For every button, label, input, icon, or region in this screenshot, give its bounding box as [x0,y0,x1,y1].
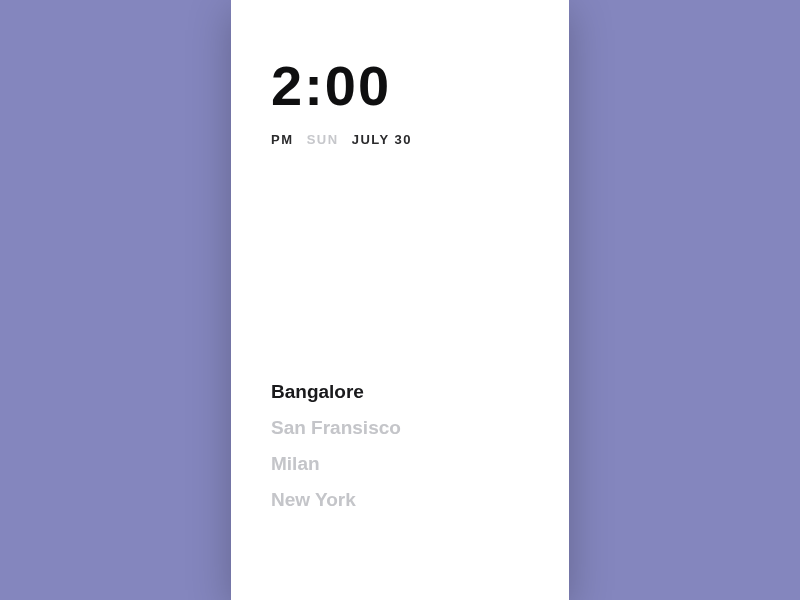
city-item-new-york[interactable]: New York [271,482,529,518]
date-label: JULY 30 [352,132,412,147]
time-display: 2:00 [271,58,529,114]
spacer [271,147,529,374]
city-item-san-fransisco[interactable]: San Fransisco [271,410,529,446]
day-of-week-label: SUN [307,132,339,147]
world-clock-card: 2:00 PM SUN JULY 30 Bangalore San Fransi… [231,0,569,600]
ampm-label: PM [271,132,294,147]
date-line: PM SUN JULY 30 [271,132,529,147]
city-list: Bangalore San Fransisco Milan New York [271,374,529,518]
city-item-bangalore[interactable]: Bangalore [271,374,529,410]
city-item-milan[interactable]: Milan [271,446,529,482]
